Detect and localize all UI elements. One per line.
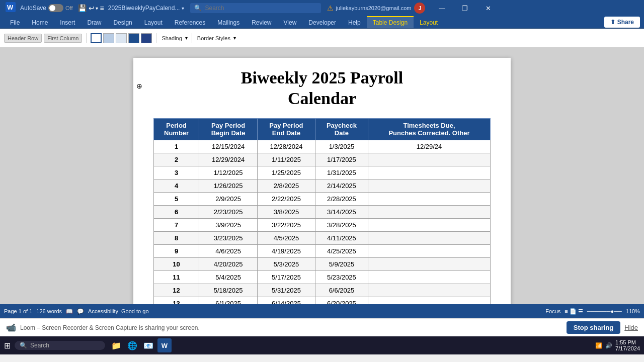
share-button[interactable]: ⬆ Share	[604, 17, 640, 28]
tab-view[interactable]: View	[278, 16, 303, 28]
cell-end: 2/22/2025	[258, 192, 315, 205]
taskbar-app-word[interactable]: W	[157, 338, 172, 352]
cell-begin: 1/12/2025	[199, 166, 258, 179]
taskbar-app-2[interactable]: 🌐	[125, 338, 139, 352]
style-swatch-5[interactable]	[141, 33, 152, 43]
cell-paycheck: 1/3/2025	[315, 140, 368, 153]
tab-mailings[interactable]: Mailings	[211, 16, 246, 28]
style-swatch-4[interactable]	[128, 33, 139, 43]
zoom-level[interactable]: 110%	[626, 308, 640, 314]
col-end-date: Pay PeriodEnd Date	[258, 118, 315, 140]
table-body: 1 12/15/2024 12/28/2024 1/3/2025 12/29/2…	[154, 140, 491, 304]
cell-period: 12	[154, 284, 199, 297]
cell-notes	[368, 179, 490, 192]
user-avatar: J	[414, 3, 425, 14]
cell-paycheck: 2/14/2025	[315, 179, 368, 192]
border-dropdown[interactable]: ▾	[233, 35, 236, 41]
cell-period: 3	[154, 166, 199, 179]
word-icon: W	[4, 2, 17, 15]
minimize-button[interactable]: —	[430, 0, 453, 16]
taskbar-search[interactable]: 🔍 Search	[15, 341, 105, 350]
table-move-handle[interactable]: ⊕	[136, 82, 142, 90]
cell-begin: 12/29/2024	[199, 153, 258, 166]
cell-notes	[368, 297, 490, 304]
col-begin-date: Pay PeriodBegin Date	[199, 118, 258, 140]
autosave-toggle[interactable]	[48, 4, 63, 12]
col-timesheets: Timesheets Due,Punches Corrected. Other	[368, 118, 490, 140]
tab-help[interactable]: Help	[342, 16, 367, 28]
cell-end: 1/25/2025	[258, 166, 315, 179]
windows-start-button[interactable]: ⊞	[4, 341, 11, 350]
search-bar: 🔍	[190, 3, 321, 13]
cell-notes	[368, 257, 490, 270]
cell-begin: 3/23/2025	[199, 231, 258, 244]
undo-dropdown[interactable]: ▾	[96, 6, 98, 11]
status-bar: Page 1 of 1 126 words 📖 💬 Accessibility:…	[0, 304, 644, 318]
border-style-label: Border Styles	[197, 35, 230, 41]
accessibility-text[interactable]: Accessibility: Good to go	[88, 308, 148, 314]
save-icon[interactable]: 💾	[78, 4, 87, 12]
zoom-slider[interactable]: ──────●──	[587, 308, 622, 314]
taskbar-app-3[interactable]: 📧	[141, 338, 155, 352]
style-swatch-2[interactable]	[103, 33, 114, 43]
search-icon: 🔍	[194, 5, 202, 12]
style-swatch-1[interactable]	[91, 33, 102, 43]
cell-begin: 6/1/2025	[199, 297, 258, 304]
tab-developer[interactable]: Developer	[302, 16, 342, 28]
cell-notes	[368, 270, 490, 284]
cell-notes	[368, 231, 490, 244]
shading-dropdown[interactable]: ▾	[185, 35, 188, 41]
network-icon: 📶	[595, 342, 602, 349]
cell-paycheck: 4/11/2025	[315, 231, 368, 244]
tab-table-design[interactable]: Table Design	[367, 16, 414, 28]
stop-sharing-button[interactable]: Stop sharing	[567, 321, 620, 334]
taskbar-app-1[interactable]: 📁	[109, 338, 123, 352]
cell-end: 3/8/2025	[258, 205, 315, 218]
col-period-number: PeriodNumber	[154, 118, 199, 140]
cell-begin: 5/4/2025	[199, 270, 258, 284]
status-left: Page 1 of 1 126 words 📖 💬 Accessibility:…	[4, 308, 149, 315]
table-row: 3 1/12/2025 1/25/2025 1/31/2025	[154, 166, 491, 179]
tab-table-layout[interactable]: Layout	[414, 16, 444, 28]
toolbar-btn-2[interactable]: First Column	[44, 34, 82, 43]
cell-end: 5/3/2025	[258, 257, 315, 270]
cell-begin: 4/6/2025	[199, 244, 258, 257]
doc-title-display[interactable]: 2025BiweeklyPayCalend...	[108, 5, 180, 12]
focus-label[interactable]: Focus	[545, 308, 560, 314]
hide-button[interactable]: Hide	[624, 324, 638, 331]
toolbar-btn-1[interactable]: Header Row	[4, 34, 42, 43]
tab-file[interactable]: File	[4, 16, 26, 28]
style-swatch-3[interactable]	[116, 33, 127, 43]
cell-paycheck: 2/28/2025	[315, 192, 368, 205]
cell-begin: 3/9/2025	[199, 218, 258, 231]
tab-layout[interactable]: Layout	[138, 16, 169, 28]
title-dropdown-icon[interactable]: ▾	[182, 6, 184, 11]
shading-label: Shading	[162, 35, 182, 41]
cell-begin: 12/15/2024	[199, 140, 258, 153]
cell-period: 5	[154, 192, 199, 205]
cell-begin: 2/9/2025	[199, 192, 258, 205]
document-area: ⊕ Biweekly 2025 Payroll Calendar PeriodN…	[0, 48, 644, 304]
customize-icon[interactable]: ≡	[100, 4, 104, 12]
tab-draw[interactable]: Draw	[81, 16, 107, 28]
restore-button[interactable]: ❐	[453, 0, 476, 16]
warning-icon: ⚠	[327, 4, 334, 12]
tab-design[interactable]: Design	[107, 16, 138, 28]
close-button[interactable]: ✕	[476, 0, 500, 16]
cell-period: 2	[154, 153, 199, 166]
table-row: 6 2/23/2025 3/8/2025 3/14/2025	[154, 205, 491, 218]
undo-icon[interactable]: ↩	[89, 4, 95, 12]
table-row: 1 12/15/2024 12/28/2024 1/3/2025 12/29/2…	[154, 140, 491, 153]
tab-insert[interactable]: Insert	[54, 16, 81, 28]
tab-home[interactable]: Home	[26, 16, 54, 28]
payroll-table: PeriodNumber Pay PeriodBegin Date Pay Pe…	[153, 118, 491, 304]
tab-references[interactable]: References	[169, 16, 211, 28]
table-row: 8 3/23/2025 4/5/2025 4/11/2025	[154, 231, 491, 244]
col-paycheck-date: PaycheckDate	[315, 118, 368, 140]
table-row: 5 2/9/2025 2/22/2025 2/28/2025	[154, 192, 491, 205]
clock: 1:55 PM 7/17/2024	[615, 339, 640, 351]
cell-notes	[368, 192, 490, 205]
cell-notes	[368, 153, 490, 166]
search-input[interactable]	[205, 5, 317, 12]
tab-review[interactable]: Review	[246, 16, 277, 28]
